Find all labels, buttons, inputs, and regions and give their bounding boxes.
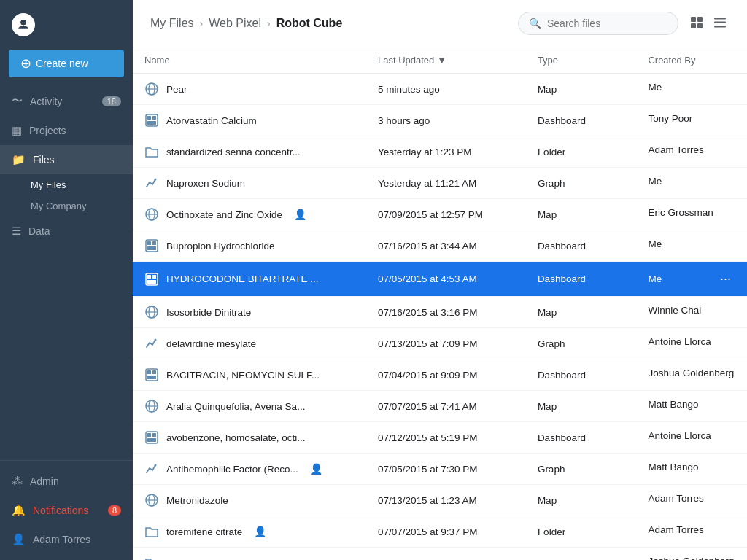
table-row[interactable]: Pear 5 minutes agoMapMe [133,74,747,105]
breadcrumb: My Files › Web Pixel › Robot Cube [150,17,518,30]
created-by-cell: Tony Poor [636,105,747,132]
last-updated-cell: 07/16/2015 at 3:44 AM [366,230,526,262]
svg-rect-40 [147,433,151,437]
create-new-button[interactable]: ⊕ Create new [9,50,124,77]
svg-rect-14 [152,116,156,120]
search-input[interactable] [547,18,667,29]
shared-icon: 👤 [254,526,266,537]
file-name-cell: Aralia Quinquefolia, Avena Sa... [133,391,366,422]
creator-name: Antoine Llorca [648,336,711,347]
shared-icon: 👤 [310,463,322,475]
created-by-cell: Eric Grossman [636,199,747,226]
file-name-cell: Pear [133,74,366,105]
table-row[interactable]: standardized senna concentr... Yesterday… [133,136,747,168]
table-row[interactable]: Octinoxate and Zinc Oxide 👤 07/09/2015 a… [133,199,747,230]
app-logo [0,0,133,50]
table-row[interactable]: Bupropion Hydrochloride 07/16/2015 at 3:… [133,230,747,262]
last-updated-cell: 07/16/2015 at 3:16 PM [366,297,526,328]
file-name-cell: delavirdine mesylate [133,328,366,359]
creator-name: Adam Torres [648,144,703,155]
last-updated-cell: 5 minutes ago [366,74,526,105]
file-name-cell: Antihemophilic Factor (Reco... 👤 [133,454,366,485]
breadcrumb-web-pixel[interactable]: Web Pixel [209,17,261,30]
svg-rect-4 [691,23,696,28]
table-row[interactable]: delavirdine mesylate 07/13/2015 at 7:09 … [133,328,747,359]
table-row[interactable]: Aralia Quinquefolia, Avena Sa... 07/07/2… [133,391,747,422]
search-box[interactable]: 🔍 [518,12,678,35]
file-name: Bupropion Hydrochloride [166,241,275,252]
created-by-cell: Winnie Chai [636,297,747,324]
sidebar-item-admin[interactable]: ⁂ Admin [0,467,133,496]
file-name: Atorvastatin Calcium [166,115,257,126]
breadcrumb-sep-1: › [200,18,204,29]
table-row[interactable]: Metronidazole 07/13/2015 at 1:23 AMMapAd… [133,485,747,516]
type-cell: Folder [526,136,637,168]
sidebar-item-notifications[interactable]: 🔔 Notifications 8 [0,496,133,525]
file-name: Antihemophilic Factor (Reco... [166,464,298,475]
type-cell: Map [526,485,637,516]
file-name-cell: fluvoxamine maleate [133,548,366,561]
file-table: Name Last Updated▼ Type Created By Pear … [133,47,747,560]
user-icon: 👤 [12,533,26,546]
sidebar: ⊕ Create new 〜 Activity 18 ▦ Projects 📁 … [0,0,133,560]
col-header-updated[interactable]: Last Updated▼ [366,47,526,74]
creator-name: Antoine Llorca [648,430,711,441]
creator-name: Me [648,273,662,284]
table-row[interactable]: BACITRACIN, NEOMYCIN SULF... 07/04/2015 … [133,359,747,391]
created-by-cell: Joshua Goldenberg [636,359,747,386]
view-toggle [687,13,729,34]
file-table-container: Name Last Updated▼ Type Created By Pear … [133,47,747,560]
last-updated-cell: 07/13/2015 at 1:23 AM [366,485,526,516]
sidebar-item-my-files[interactable]: My Files [31,174,133,195]
creator-name: Joshua Goldenberg [648,556,734,560]
table-row[interactable]: Antihemophilic Factor (Reco... 👤 07/05/2… [133,454,747,485]
last-updated-cell: Yesterday at 11:21 AM [366,168,526,199]
header: My Files › Web Pixel › Robot Cube 🔍 [133,0,747,47]
last-updated-cell: 07/10/2015 at 1:44 AM [366,548,526,561]
bell-icon: 🔔 [12,504,26,517]
file-type-icon [144,336,159,351]
creator-name: Me [648,238,662,249]
file-name: standardized senna concentr... [166,147,301,158]
sidebar-item-files[interactable]: 📁 Files [0,145,133,174]
table-row[interactable]: Naproxen Sodium Yesterday at 11:21 AMGra… [133,168,747,199]
data-icon: ☰ [12,225,21,238]
file-type-icon [144,556,159,560]
file-name-cell: HYDROCODONE BITARTRATE ... [133,262,366,297]
table-row[interactable]: fluvoxamine maleate 07/10/2015 at 1:44 A… [133,548,747,561]
created-by-cell: Adam Torres [636,516,747,543]
file-name-cell: Metronidazole [133,485,366,516]
created-by-cell: Adam Torres [636,136,747,163]
list-view-button[interactable] [711,13,729,34]
type-cell: Dashboard [526,359,637,391]
table-row[interactable]: HYDROCODONE BITARTRATE ... 07/05/2015 at… [133,262,747,297]
sidebar-item-projects[interactable]: ▦ Projects [0,116,133,145]
file-name: avobenzone, homosalate, octi... [166,432,306,443]
creator-name: Me [648,176,662,187]
sidebar-bottom: ⁂ Admin 🔔 Notifications 8 👤 Adam Torres [0,460,133,560]
sidebar-item-my-company[interactable]: My Company [31,195,133,217]
type-cell: Map [526,199,637,230]
grid-view-button[interactable] [687,13,706,34]
file-name: toremifene citrate [166,526,242,537]
creator-name: Tony Poor [648,113,692,124]
sidebar-item-activity[interactable]: 〜 Activity 18 [0,86,133,116]
table-row[interactable]: Isosorbide Dinitrate 07/16/2015 at 3:16 … [133,297,747,328]
table-header: Name Last Updated▼ Type Created By [133,47,747,74]
more-options-button[interactable]: ··· [716,270,735,288]
table-row[interactable]: avobenzone, homosalate, octi... 07/12/20… [133,422,747,454]
breadcrumb-my-files[interactable]: My Files [150,17,194,30]
last-updated-cell: 3 hours ago [366,105,526,136]
file-name-cell: Naproxen Sodium [133,168,366,199]
table-row[interactable]: toremifene citrate 👤 07/07/2015 at 9:37 … [133,516,747,548]
sidebar-item-user[interactable]: 👤 Adam Torres [0,525,133,554]
breadcrumb-current: Robot Cube [276,17,343,30]
creator-name: Eric Grossman [648,207,713,218]
sidebar-item-data[interactable]: ☰ Data [0,217,133,246]
file-type-icon [144,272,159,287]
table-row[interactable]: Atorvastatin Calcium 3 hours agoDashboar… [133,105,747,136]
svg-rect-26 [152,275,156,279]
type-cell: Graph [526,168,637,199]
type-cell: Dashboard [526,262,637,297]
file-type-icon [144,462,159,476]
